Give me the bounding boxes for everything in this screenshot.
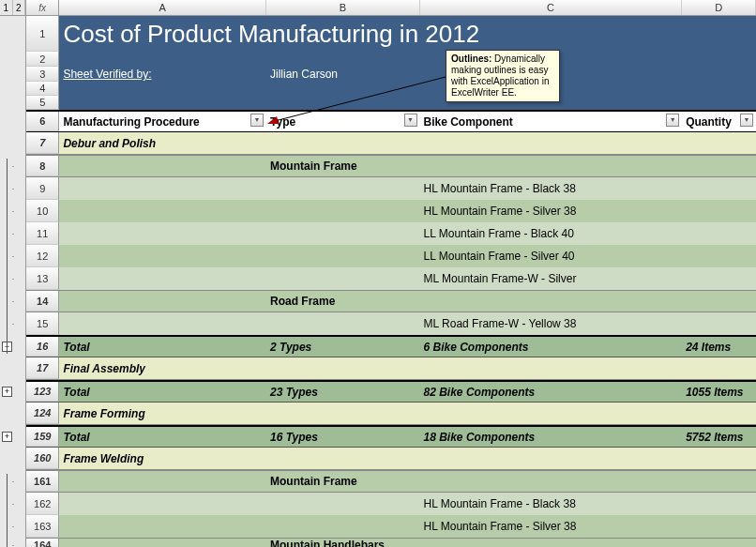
- cell-d[interactable]: [682, 493, 756, 515]
- cell-a[interactable]: Frame Forming: [59, 403, 266, 424]
- col-header-a[interactable]: A: [59, 0, 266, 15]
- cell-a[interactable]: [59, 267, 266, 290]
- cell-c[interactable]: 18 Bike Components: [420, 427, 683, 447]
- cell-b[interactable]: 2 Types: [266, 337, 420, 357]
- cell-d[interactable]: [682, 312, 756, 335]
- row-header[interactable]: 160: [26, 448, 59, 469]
- cell-d[interactable]: [682, 291, 756, 311]
- cell-a[interactable]: Total: [59, 382, 266, 402]
- row-header[interactable]: 124: [26, 403, 59, 424]
- cell-c[interactable]: [420, 471, 683, 492]
- row-header[interactable]: 3: [26, 67, 59, 82]
- row-header[interactable]: 14: [26, 291, 59, 311]
- cell-a[interactable]: [59, 515, 266, 538]
- row-header[interactable]: 5: [26, 96, 59, 110]
- row-header[interactable]: 163: [26, 515, 59, 538]
- cell-a[interactable]: [59, 177, 266, 200]
- cell-b[interactable]: 16 Types: [266, 427, 420, 447]
- cell-d[interactable]: [682, 471, 756, 492]
- cell-d[interactable]: [682, 403, 756, 424]
- cell-a[interactable]: [59, 471, 266, 492]
- cell-b[interactable]: [266, 357, 420, 379]
- cell[interactable]: [682, 96, 756, 110]
- cell-d[interactable]: [682, 267, 756, 290]
- outline-level-1[interactable]: 1: [0, 0, 13, 15]
- cell[interactable]: [682, 67, 756, 82]
- cell-a[interactable]: [59, 200, 266, 222]
- cell[interactable]: [682, 82, 756, 96]
- row-header[interactable]: 11: [26, 222, 59, 245]
- cell-c[interactable]: 6 Bike Components: [420, 337, 683, 357]
- row-header[interactable]: 10: [26, 200, 59, 222]
- cell[interactable]: [682, 52, 756, 67]
- row-header[interactable]: 159: [26, 427, 59, 447]
- cell-a[interactable]: Total: [59, 427, 266, 447]
- column-header-d[interactable]: Quantity▼: [682, 112, 756, 131]
- cell-b[interactable]: [266, 312, 420, 335]
- verified-label[interactable]: Sheet Verified by:: [59, 67, 266, 82]
- cell-d[interactable]: 5752 Items: [682, 427, 756, 447]
- cell-c[interactable]: [420, 403, 683, 424]
- cell-d[interactable]: [682, 200, 756, 222]
- cell-c[interactable]: HL Mountain Frame - Black 38: [420, 493, 683, 515]
- cell[interactable]: [59, 82, 266, 96]
- cell-b[interactable]: 23 Types: [266, 382, 420, 402]
- row-header[interactable]: 164: [26, 539, 59, 547]
- cell-b[interactable]: [266, 200, 420, 222]
- cell-d[interactable]: [682, 177, 756, 200]
- cell[interactable]: [266, 52, 420, 67]
- row-header[interactable]: 13: [26, 267, 59, 290]
- cell-b[interactable]: [266, 132, 420, 154]
- row-header[interactable]: 8: [26, 156, 59, 176]
- cell-d[interactable]: [682, 156, 756, 176]
- cell-b[interactable]: [266, 267, 420, 290]
- row-header[interactable]: 15: [26, 312, 59, 335]
- cell-d[interactable]: [682, 539, 756, 547]
- col-header-d[interactable]: D: [682, 0, 756, 15]
- cell-a[interactable]: [59, 291, 266, 311]
- cell-a[interactable]: [59, 312, 266, 335]
- cell-a[interactable]: Debur and Polish: [59, 132, 266, 154]
- cell[interactable]: [59, 96, 266, 110]
- row-header[interactable]: 4: [26, 82, 59, 96]
- cell-d[interactable]: [682, 357, 756, 379]
- cell-b[interactable]: Road Frame: [266, 291, 420, 311]
- row-header[interactable]: 1: [26, 16, 59, 52]
- row-header[interactable]: 6: [26, 112, 59, 131]
- cell-c[interactable]: LL Mountain Frame - Silver 40: [420, 245, 683, 267]
- row-header[interactable]: 9: [26, 177, 59, 200]
- filter-dropdown-icon[interactable]: ▼: [666, 114, 679, 127]
- cell-a[interactable]: Total: [59, 337, 266, 357]
- cell-b[interactable]: Mountain Handlebars: [266, 539, 420, 547]
- outline-level-2[interactable]: 2: [13, 0, 26, 15]
- column-header-c[interactable]: Bike Component▼: [420, 112, 683, 131]
- cell-d[interactable]: [682, 515, 756, 538]
- column-header-a[interactable]: Manufacturing Procedure▼: [59, 112, 266, 131]
- cell-b[interactable]: [266, 222, 420, 245]
- cell-c[interactable]: [420, 448, 683, 469]
- cell-c[interactable]: ML Mountain Frame-W - Silver: [420, 267, 683, 290]
- row-header[interactable]: 2: [26, 52, 59, 67]
- row-header[interactable]: 16: [26, 337, 59, 357]
- outline-expand-button[interactable]: +: [2, 387, 12, 397]
- cell-a[interactable]: Frame Welding: [59, 448, 266, 469]
- row-header[interactable]: 162: [26, 493, 59, 515]
- cell-c[interactable]: [420, 156, 683, 176]
- cell-b[interactable]: [266, 515, 420, 538]
- cell-a[interactable]: [59, 156, 266, 176]
- row-header[interactable]: 123: [26, 382, 59, 402]
- select-all-corner[interactable]: fx: [26, 0, 59, 15]
- col-header-b[interactable]: B: [266, 0, 419, 15]
- cell-a[interactable]: [59, 245, 266, 267]
- cell-d[interactable]: 1055 Items: [682, 382, 756, 402]
- cell-d[interactable]: [682, 448, 756, 469]
- cell-c[interactable]: HL Mountain Frame - Silver 38: [420, 515, 683, 538]
- filter-dropdown-icon[interactable]: ▼: [740, 114, 753, 127]
- cell-a[interactable]: [59, 493, 266, 515]
- col-header-c[interactable]: C: [420, 0, 683, 15]
- cell-a[interactable]: [59, 539, 266, 547]
- outline-expand-button[interactable]: +: [2, 432, 12, 442]
- cell-c[interactable]: [420, 539, 683, 547]
- filter-dropdown-icon[interactable]: ▼: [250, 114, 264, 127]
- cell-c[interactable]: LL Mountain Frame - Black 40: [420, 222, 683, 245]
